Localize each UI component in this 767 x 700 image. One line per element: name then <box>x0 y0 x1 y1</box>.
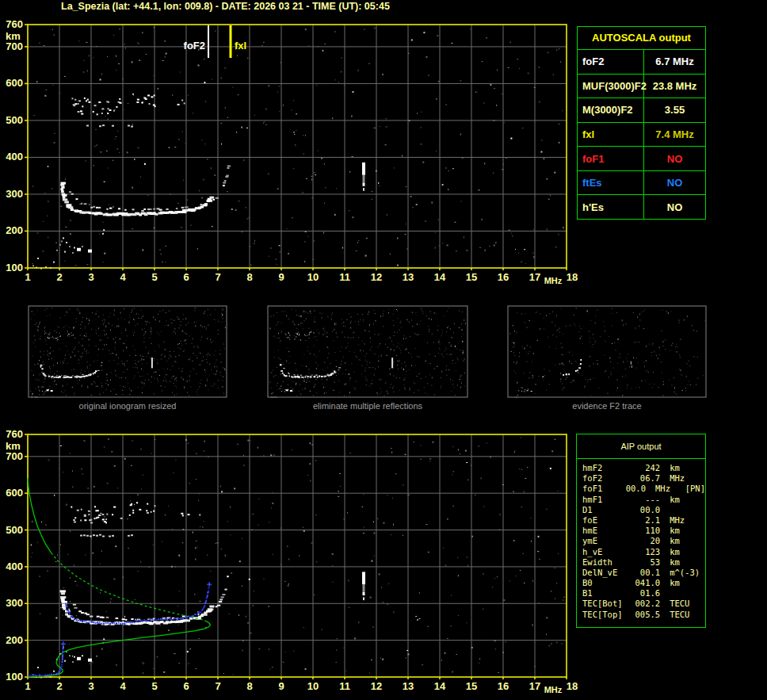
svg-text:17: 17 <box>529 680 540 692</box>
table-row: h'EsNO <box>578 194 705 219</box>
table-row: fxl7.4 MHz <box>578 122 705 147</box>
table-row: foE2.1MHz <box>582 515 705 526</box>
parameter-label: MUF(3000)F2 <box>578 75 644 98</box>
panel-caption-original: original ionogram resized <box>29 401 227 412</box>
svg-text:15: 15 <box>466 680 477 692</box>
svg-text:6: 6 <box>183 271 189 283</box>
table-row: M(3000)F23.55 <box>578 98 705 122</box>
parameter-note <box>700 536 705 546</box>
table-row: hmE110km <box>582 526 705 536</box>
parameter-value: 041.0 <box>626 578 660 588</box>
parameter-value: 110 <box>626 526 660 536</box>
parameter-note <box>700 505 705 515</box>
parameter-label: fxl <box>578 123 644 147</box>
autoscala-output-table: AUTOSCALA output foF26.7 MHzMUF(3000)F22… <box>577 26 706 220</box>
parameter-value: 53 <box>626 557 660 568</box>
svg-text:2: 2 <box>56 271 62 283</box>
svg-text:12: 12 <box>371 271 382 283</box>
table-row: TEC[Top]005.5TECU <box>582 610 705 620</box>
table-row: ftEsNO <box>578 170 705 195</box>
svg-text:6: 6 <box>183 680 189 692</box>
parameter-note <box>700 610 705 620</box>
parameter-value: 00.0 <box>618 484 646 494</box>
parameter-label: DelN_vE <box>582 568 626 578</box>
table-row: Ewidth53km <box>582 557 705 568</box>
parameter-unit <box>660 505 700 515</box>
svg-text:100: 100 <box>6 671 23 683</box>
svg-text:1: 1 <box>25 271 30 283</box>
parameter-label: B1 <box>582 588 626 599</box>
parameter-value: 002.2 <box>626 599 660 609</box>
parameter-value: 00.1 <box>626 568 660 578</box>
table-row: foF26.7 MHz <box>578 49 705 74</box>
svg-text:7: 7 <box>215 680 220 692</box>
parameter-note: [PN] <box>681 484 705 494</box>
parameter-unit: MHz <box>646 484 681 494</box>
table-row: B0041.0km <box>582 578 705 588</box>
svg-text:18: 18 <box>567 271 578 283</box>
parameter-label: D1 <box>582 505 626 515</box>
table-row: TEC[Bot]002.2TECU <box>582 599 705 609</box>
autoscala-table-header: AUTOSCALA output <box>578 27 705 49</box>
panel-caption-eliminate: eliminate multiple reflections <box>268 401 467 412</box>
svg-text:9: 9 <box>278 271 284 283</box>
top-ionogram-plot: 760700600500400300200100km12345678910111… <box>6 18 578 285</box>
aip-output-table: AIP output hmF2242kmfoF206.7MHzfoF100.0M… <box>576 434 706 628</box>
parameter-note <box>700 473 705 484</box>
svg-text:foF2: foF2 <box>184 40 205 52</box>
svg-text:12: 12 <box>371 680 382 692</box>
table-row: foF100.0MHz[PN] <box>582 484 705 494</box>
parameter-unit: TECU <box>660 599 700 609</box>
parameter-value: 123 <box>626 547 660 557</box>
parameter-label: foF2 <box>578 50 644 74</box>
parameter-value: 005.5 <box>626 610 660 620</box>
parameter-unit: km <box>660 578 700 588</box>
parameter-unit <box>660 588 700 599</box>
parameter-note <box>700 588 705 599</box>
svg-text:3: 3 <box>88 271 93 283</box>
parameter-unit: TECU <box>660 610 700 620</box>
parameter-unit: km <box>660 557 700 568</box>
svg-text:700: 700 <box>6 450 23 462</box>
parameter-label: hmF2 <box>582 463 626 473</box>
parameter-label: foF1 <box>582 484 618 494</box>
parameter-value: --- <box>626 495 660 505</box>
svg-text:100: 100 <box>6 262 23 273</box>
svg-text:300: 300 <box>6 188 23 200</box>
aip-table-header: AIP output <box>577 434 705 459</box>
svg-text:400: 400 <box>6 560 23 572</box>
mini-panel-original <box>29 306 227 398</box>
parameter-value: NO <box>644 195 705 219</box>
svg-text:4: 4 <box>120 271 126 283</box>
svg-text:fxl: fxl <box>235 40 246 52</box>
svg-text:18: 18 <box>567 680 578 692</box>
table-row: hmF2242km <box>582 463 705 473</box>
parameter-unit: km <box>660 547 700 557</box>
parameter-unit: m^(-3) <box>660 568 700 578</box>
svg-text:MHz: MHz <box>544 685 563 694</box>
svg-text:MHz: MHz <box>544 276 563 285</box>
aip-table-rows: hmF2242kmfoF206.7MHzfoF100.0MHz[PN]hmF1-… <box>577 459 705 620</box>
parameter-unit: km <box>660 526 700 536</box>
parameter-label: foF1 <box>578 147 644 170</box>
parameter-unit: km <box>660 463 700 473</box>
svg-text:17: 17 <box>529 271 540 283</box>
parameter-value: 20 <box>626 536 660 546</box>
svg-text:700: 700 <box>6 40 23 52</box>
svg-text:4: 4 <box>120 680 126 692</box>
svg-text:5: 5 <box>151 271 157 283</box>
autoscala-table-rows: foF26.7 MHzMUF(3000)F223.8 MHzM(3000)F23… <box>578 49 705 219</box>
parameter-label: TEC[Top] <box>582 610 626 620</box>
parameter-label: ftEs <box>578 171 644 195</box>
mini-panel-cleaned <box>268 306 467 398</box>
parameter-unit: MHz <box>660 473 700 484</box>
parameter-label: foE <box>582 515 626 526</box>
parameter-unit: km <box>660 495 700 505</box>
table-row: hmF1---km <box>582 495 705 505</box>
svg-text:2: 2 <box>56 680 62 692</box>
svg-text:16: 16 <box>498 680 509 692</box>
svg-text:km: km <box>6 30 21 42</box>
svg-text:500: 500 <box>6 114 23 126</box>
svg-text:500: 500 <box>6 524 23 536</box>
mini-panel-evidence <box>508 306 706 398</box>
